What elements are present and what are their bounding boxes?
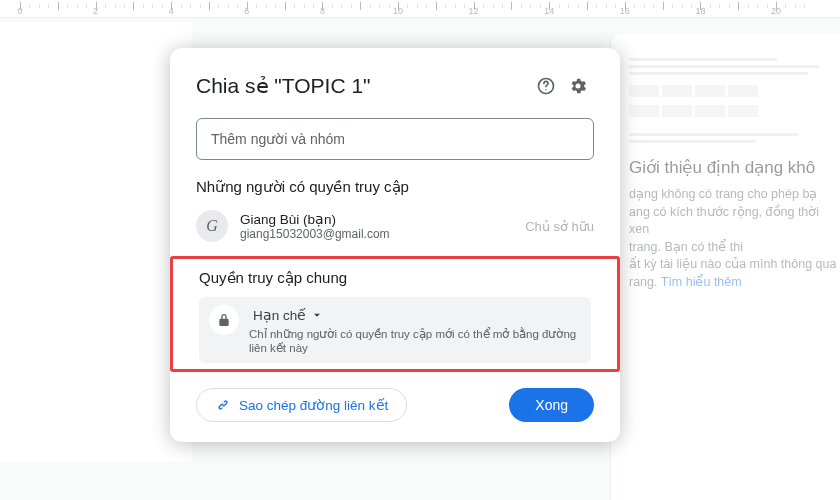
copy-link-label: Sao chép đường liên kết: [239, 397, 388, 413]
access-mode-label: Hạn chế: [253, 307, 306, 323]
general-access-highlight: Quyền truy cập chung Hạn chế Chỉ những n…: [170, 256, 620, 372]
settings-button[interactable]: [562, 70, 594, 102]
dialog-title: Chia sẻ "TOPIC 1": [196, 74, 530, 98]
lock-icon-container: [209, 305, 239, 335]
share-dialog: Chia sẻ "TOPIC 1" Thêm người và nhóm Nhữ…: [170, 48, 620, 442]
person-row: G Giang Bùi (bạn) giang15032003@gmail.co…: [196, 206, 594, 256]
general-access-heading: Quyền truy cập chung: [199, 269, 591, 287]
help-button[interactable]: [530, 70, 562, 102]
person-email: giang15032003@gmail.com: [240, 227, 525, 241]
gear-icon: [568, 76, 588, 96]
lock-icon: [216, 312, 232, 328]
people-with-access-heading: Những người có quyền truy cập: [196, 178, 594, 196]
access-mode-dropdown[interactable]: Hạn chế: [249, 305, 328, 325]
done-button[interactable]: Xong: [509, 388, 594, 422]
link-icon: [215, 397, 231, 413]
person-name: Giang Bùi (bạn): [240, 211, 525, 227]
help-icon: [536, 76, 556, 96]
person-role: Chủ sở hữu: [525, 219, 594, 234]
add-people-input[interactable]: Thêm người và nhóm: [196, 118, 594, 160]
svg-point-1: [545, 89, 546, 90]
avatar: G: [196, 210, 228, 242]
copy-link-button[interactable]: Sao chép đường liên kết: [196, 388, 407, 422]
general-access-row: Hạn chế Chỉ những người có quyền truy cậ…: [199, 297, 591, 363]
access-description: Chỉ những người có quyền truy cập mới có…: [249, 327, 581, 355]
chevron-down-icon: [310, 308, 324, 322]
